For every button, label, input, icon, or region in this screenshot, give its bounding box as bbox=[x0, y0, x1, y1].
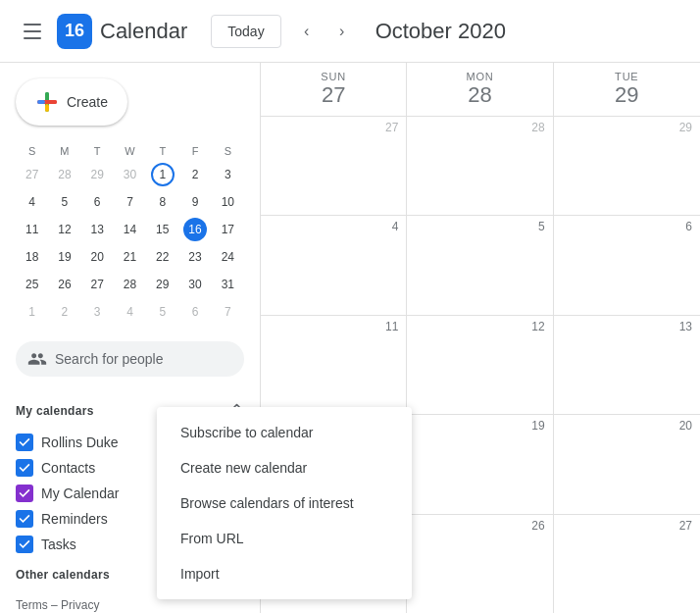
day-cell[interactable]: 6 bbox=[554, 216, 700, 314]
mini-cal-day-header: S bbox=[16, 141, 48, 161]
day-number: 29 bbox=[554, 82, 700, 108]
mini-cal-day[interactable]: 22 bbox=[146, 243, 178, 271]
cell-date-number: 26 bbox=[415, 519, 544, 533]
day-cell[interactable]: 5 bbox=[407, 216, 553, 314]
mini-cal-day[interactable]: 6 bbox=[81, 188, 114, 216]
mini-cal-day[interactable]: 27 bbox=[16, 161, 48, 188]
mini-cal-day[interactable]: 28 bbox=[114, 271, 146, 298]
day-cell[interactable]: 27 bbox=[261, 117, 407, 215]
prev-month-button[interactable]: ‹ bbox=[289, 14, 325, 49]
mini-cal-day[interactable]: 4 bbox=[16, 188, 48, 216]
mini-cal-day[interactable]: 1 bbox=[146, 161, 178, 188]
day-name: MON bbox=[407, 71, 552, 82]
terms-link[interactable]: Terms bbox=[16, 598, 48, 612]
day-cell[interactable]: 12 bbox=[407, 316, 553, 414]
mini-cal-day[interactable]: 2 bbox=[178, 161, 211, 188]
mini-cal-day[interactable]: 10 bbox=[212, 188, 244, 216]
cell-date-number: 28 bbox=[415, 121, 544, 134]
mini-cal-day[interactable]: 19 bbox=[48, 243, 80, 271]
mini-cal-day[interactable]: 25 bbox=[16, 271, 48, 298]
day-cell[interactable]: 19 bbox=[407, 415, 553, 513]
plus-icon bbox=[35, 90, 59, 114]
mini-cal-day-header: T bbox=[146, 141, 178, 161]
today-button[interactable]: Today bbox=[211, 15, 280, 48]
mini-cal-day[interactable]: 30 bbox=[178, 271, 211, 298]
search-people-input[interactable]: Search for people bbox=[16, 341, 244, 377]
mini-cal-day[interactable]: 31 bbox=[212, 271, 244, 298]
mini-cal-day[interactable]: 3 bbox=[81, 298, 114, 326]
day-name: TUE bbox=[554, 71, 700, 82]
app-header: 16 Calendar Today ‹ › October 2020 bbox=[0, 0, 700, 63]
mini-cal-day[interactable]: 6 bbox=[178, 298, 211, 326]
day-cell[interactable]: 29 bbox=[554, 117, 700, 215]
mini-cal-day[interactable]: 16 bbox=[178, 216, 211, 243]
cell-date-number: 27 bbox=[562, 519, 692, 533]
day-cell[interactable]: 28 bbox=[407, 117, 553, 215]
mini-cal-day[interactable]: 24 bbox=[212, 243, 244, 271]
mini-cal-day[interactable]: 23 bbox=[178, 243, 211, 271]
svg-rect-3 bbox=[45, 104, 49, 112]
cell-date-number: 19 bbox=[415, 419, 544, 433]
dropdown-item[interactable]: Subscribe to calendar bbox=[157, 415, 412, 450]
create-button-label: Create bbox=[67, 94, 108, 110]
mini-cal-day[interactable]: 9 bbox=[178, 188, 211, 216]
mini-cal-day[interactable]: 20 bbox=[81, 243, 114, 271]
calendar-checkbox[interactable] bbox=[16, 434, 33, 451]
create-button[interactable]: Create bbox=[16, 78, 127, 126]
mini-cal-day[interactable]: 28 bbox=[48, 161, 80, 188]
mini-cal-day[interactable]: 5 bbox=[146, 298, 178, 326]
day-cell[interactable]: 11 bbox=[261, 316, 407, 414]
mini-cal-day[interactable]: 7 bbox=[212, 298, 244, 326]
mini-cal-day[interactable]: 1 bbox=[16, 298, 48, 326]
mini-cal-day[interactable]: 26 bbox=[48, 271, 80, 298]
calendar-name: Contacts bbox=[41, 460, 95, 476]
mini-cal-day[interactable]: 13 bbox=[81, 216, 114, 243]
mini-cal-day[interactable]: 30 bbox=[114, 161, 146, 188]
mini-cal-day[interactable]: 17 bbox=[212, 216, 244, 243]
mini-cal-day[interactable]: 3 bbox=[212, 161, 244, 188]
mini-cal-day[interactable]: 21 bbox=[114, 243, 146, 271]
day-cell[interactable]: 26 bbox=[407, 515, 553, 613]
mini-cal-day[interactable]: 5 bbox=[48, 188, 80, 216]
hamburger-menu[interactable] bbox=[16, 16, 49, 47]
mini-cal-day[interactable]: 4 bbox=[114, 298, 146, 326]
calendar-checkbox[interactable] bbox=[16, 536, 33, 553]
mini-cal-day[interactable]: 11 bbox=[16, 216, 48, 243]
calendar-checkbox[interactable] bbox=[16, 459, 33, 477]
calendar-name: Tasks bbox=[41, 536, 76, 552]
mini-cal-day[interactable]: 18 bbox=[16, 243, 48, 271]
mini-cal-day[interactable]: 8 bbox=[146, 188, 178, 216]
dropdown-item[interactable]: Create new calendar bbox=[157, 450, 412, 485]
mini-cal-day-header: S bbox=[212, 141, 244, 161]
mini-cal-day[interactable]: 29 bbox=[81, 161, 114, 188]
day-column-header: TUE 29 bbox=[554, 63, 700, 116]
dropdown-menu: Subscribe to calendarCreate new calendar… bbox=[157, 407, 412, 599]
day-column-header: SUN 27 bbox=[261, 63, 407, 116]
day-cell[interactable]: 20 bbox=[554, 415, 700, 513]
mini-cal-day[interactable]: 29 bbox=[146, 271, 178, 298]
dropdown-item[interactable]: From URL bbox=[157, 521, 412, 556]
mini-cal-day[interactable]: 15 bbox=[146, 216, 178, 243]
privacy-link[interactable]: Privacy bbox=[61, 598, 99, 612]
mini-cal-day[interactable]: 14 bbox=[114, 216, 146, 243]
calendar-name: Rollins Duke bbox=[41, 434, 119, 450]
calendar-checkbox[interactable] bbox=[16, 485, 33, 502]
mini-cal-day[interactable]: 7 bbox=[114, 188, 146, 216]
day-cell[interactable]: 13 bbox=[554, 316, 700, 414]
day-cell[interactable]: 27 bbox=[554, 515, 700, 613]
mini-cal-day-header: F bbox=[178, 141, 211, 161]
mini-cal-day[interactable]: 12 bbox=[48, 216, 80, 243]
dropdown-item[interactable]: Browse calendars of interest bbox=[157, 485, 412, 521]
other-calendars-title: Other calendars bbox=[16, 568, 110, 582]
day-number: 27 bbox=[261, 82, 406, 108]
mini-cal-day[interactable]: 2 bbox=[48, 298, 80, 326]
mini-calendar: SMTWTFS 27282930123456789101112131415161… bbox=[0, 141, 260, 326]
cell-date-number: 11 bbox=[269, 320, 398, 333]
next-month-button[interactable]: › bbox=[325, 14, 360, 49]
calendar-checkbox[interactable] bbox=[16, 510, 33, 528]
search-people-placeholder: Search for people bbox=[55, 351, 164, 367]
day-cell[interactable]: 4 bbox=[261, 216, 407, 314]
dropdown-item[interactable]: Import bbox=[157, 556, 412, 591]
mini-cal-day[interactable]: 27 bbox=[81, 271, 114, 298]
cell-date-number: 5 bbox=[415, 220, 544, 233]
